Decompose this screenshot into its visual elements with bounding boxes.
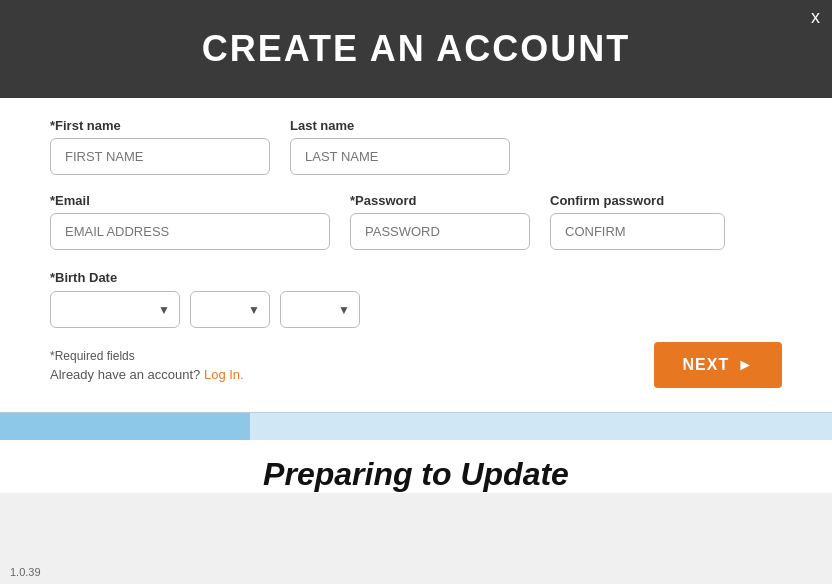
first-name-group: *First name bbox=[50, 118, 270, 175]
version-label: 1.0.39 bbox=[10, 566, 41, 578]
last-name-group: Last name bbox=[290, 118, 510, 175]
update-text: Preparing to Update bbox=[0, 456, 832, 493]
email-label: *Email bbox=[50, 193, 330, 208]
login-link[interactable]: Log In. bbox=[204, 367, 244, 382]
email-input[interactable] bbox=[50, 213, 330, 250]
next-button[interactable]: NEXT ► bbox=[654, 342, 782, 388]
email-group: *Email bbox=[50, 193, 330, 250]
password-label: *Password bbox=[350, 193, 530, 208]
first-name-label: *First name bbox=[50, 118, 270, 133]
month-select[interactable]: JanuaryFebruaryMarch AprilMayJune JulyAu… bbox=[50, 291, 180, 328]
required-fields-text: *Required fields bbox=[50, 349, 244, 363]
day-select[interactable]: 1234 5678 910 bbox=[190, 291, 270, 328]
year-select[interactable]: 2000199919981997 bbox=[280, 291, 360, 328]
first-name-input[interactable] bbox=[50, 138, 270, 175]
bottom-row: *Required fields Already have an account… bbox=[50, 342, 782, 388]
modal-body: *First name Last name *Email *Password C… bbox=[0, 98, 832, 410]
password-group: *Password bbox=[350, 193, 530, 250]
modal-header: CREATE AN ACCOUNT x bbox=[0, 0, 832, 98]
birth-date-label: *Birth Date bbox=[50, 270, 117, 285]
progress-bar-fill bbox=[0, 413, 250, 440]
password-input[interactable] bbox=[350, 213, 530, 250]
month-select-wrap: JanuaryFebruaryMarch AprilMayJune JulyAu… bbox=[50, 291, 180, 328]
update-section: Preparing to Update bbox=[0, 440, 832, 493]
next-label: NEXT bbox=[682, 356, 729, 374]
last-name-input[interactable] bbox=[290, 138, 510, 175]
credentials-row: *Email *Password Confirm password bbox=[50, 193, 782, 250]
day-select-wrap: 1234 5678 910 ▼ bbox=[190, 291, 270, 328]
create-account-modal: CREATE AN ACCOUNT x *First name Last nam… bbox=[0, 0, 832, 493]
modal-title: CREATE AN ACCOUNT bbox=[202, 28, 631, 69]
progress-bar bbox=[0, 412, 832, 440]
birth-selects: JanuaryFebruaryMarch AprilMayJune JulyAu… bbox=[50, 291, 782, 328]
close-button[interactable]: x bbox=[811, 8, 820, 26]
next-arrow-icon: ► bbox=[737, 356, 754, 374]
name-row: *First name Last name bbox=[50, 118, 782, 175]
confirm-input[interactable] bbox=[550, 213, 725, 250]
already-account-text: Already have an account? Log In. bbox=[50, 367, 244, 382]
bottom-left: *Required fields Already have an account… bbox=[50, 349, 244, 382]
birth-date-row: *Birth Date JanuaryFebruaryMarch AprilMa… bbox=[50, 268, 782, 328]
last-name-label: Last name bbox=[290, 118, 510, 133]
confirm-group: Confirm password bbox=[550, 193, 725, 250]
year-select-wrap: 2000199919981997 ▼ bbox=[280, 291, 360, 328]
confirm-label: Confirm password bbox=[550, 193, 725, 208]
